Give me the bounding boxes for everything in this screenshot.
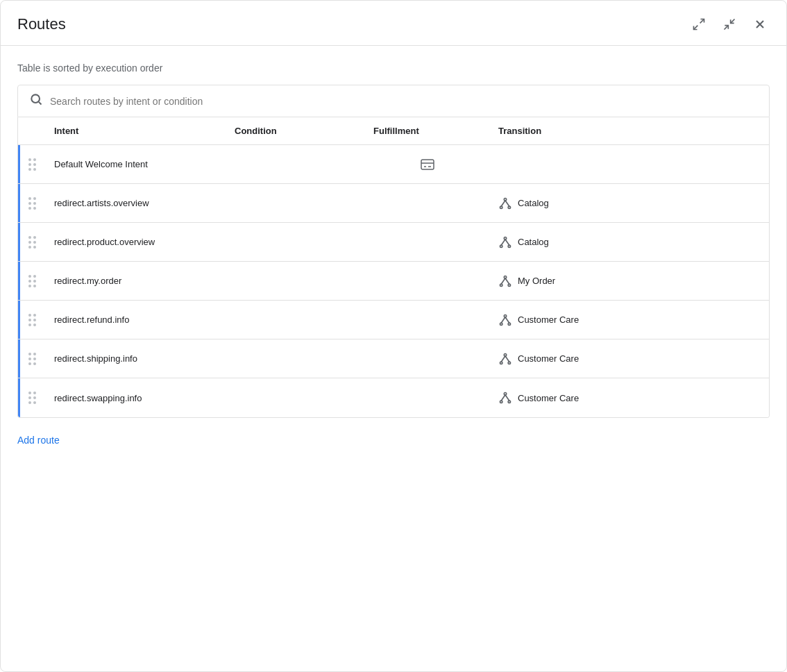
table-row[interactable]: redirect.product.overview Catalog [18,223,769,262]
condition-cell [226,353,365,364]
svg-point-18 [500,245,502,247]
transition-node-icon [498,196,512,210]
intent-cell: redirect.swapping.info [46,387,226,409]
intent-cell: redirect.shipping.info [46,348,226,369]
svg-point-6 [31,94,40,103]
svg-line-2 [725,26,729,30]
col-drag [18,126,46,136]
transition-node-icon [498,235,512,249]
header-actions [689,15,770,34]
intent-cell: redirect.refund.info [46,309,226,330]
svg-point-12 [504,198,506,200]
svg-point-39 [508,401,510,403]
svg-line-35 [501,355,505,361]
svg-line-7 [39,102,42,105]
drag-dots-icon [28,392,36,404]
col-transition: Transition [490,126,769,136]
svg-rect-8 [421,160,434,169]
col-condition: Condition [226,126,365,136]
drag-handle[interactable] [18,275,46,287]
drag-handle[interactable] [18,236,46,249]
dialog-body: Table is sorted by execution order Inten… [1,46,786,671]
table-row[interactable]: redirect.refund.info Customer Care [18,301,769,339]
col-fulfillment: Fulfillment [365,126,490,136]
intent-cell: Default Welcome Intent [46,153,226,175]
svg-point-19 [508,245,510,247]
compress-button[interactable] [720,15,739,34]
svg-point-37 [504,393,506,395]
table-row[interactable]: redirect.swapping.info Customer Care [18,378,769,417]
drag-handle[interactable] [18,314,46,326]
fulfillment-cell [365,353,490,364]
routes-table: Intent Condition Fulfillment Transition … [17,117,770,418]
drag-handle[interactable] [18,197,46,210]
intent-cell: redirect.my.order [46,270,226,292]
table-row[interactable]: redirect.shipping.info Customer Care [18,339,769,378]
svg-line-25 [501,278,505,283]
fulfillment-cell [365,314,490,326]
svg-point-17 [504,237,506,239]
dialog-header: Routes [1,1,786,46]
routes-dialog: Routes [0,0,787,672]
transition-cell: Customer Care [490,346,769,371]
close-button[interactable] [750,15,770,34]
svg-line-1 [694,26,698,30]
condition-cell [226,198,365,209]
drag-handle[interactable] [18,392,46,404]
svg-line-36 [505,355,509,361]
intent-cell: redirect.product.overview [46,231,226,253]
transition-cell: My Order [490,269,769,294]
table-subtitle: Table is sorted by execution order [17,62,770,74]
transition-cell: Customer Care [490,308,769,333]
drag-dots-icon [28,158,36,171]
dialog-title: Routes [17,15,66,33]
svg-point-13 [500,206,502,208]
svg-point-23 [500,284,502,286]
drag-dots-icon [28,353,36,365]
transition-cell: Catalog [490,191,769,216]
svg-point-28 [500,323,502,325]
svg-point-29 [508,323,510,325]
fulfillment-cell [365,151,490,178]
svg-line-15 [501,200,505,205]
drag-handle[interactable] [18,353,46,365]
intent-cell: redirect.artists.overview [46,192,226,214]
svg-line-40 [501,395,505,401]
condition-cell [226,314,365,326]
svg-line-41 [505,395,509,401]
svg-line-30 [501,317,505,322]
col-intent: Intent [46,126,226,136]
table-row[interactable]: redirect.artists.overview Catalog [18,184,769,223]
transition-cell: Catalog [490,230,769,255]
svg-line-21 [505,239,509,244]
svg-point-27 [504,314,506,317]
fulfillment-cell [365,392,490,403]
drag-dots-icon [28,236,36,249]
svg-point-24 [508,284,510,286]
condition-cell [226,159,365,170]
drag-handle[interactable] [18,158,46,171]
drag-dots-icon [28,314,36,326]
drag-dots-icon [28,275,36,287]
svg-line-0 [700,19,704,24]
transition-node-icon [498,391,512,405]
condition-cell [226,276,365,287]
search-icon [29,92,43,110]
transition-cell [490,159,769,170]
table-row[interactable]: redirect.my.order My Order [18,262,769,301]
add-route-button[interactable]: Add route [17,429,770,451]
table-row[interactable]: Default Welcome Intent [18,145,769,184]
transition-cell: Customer Care [490,385,769,410]
search-input[interactable] [50,96,758,107]
svg-line-31 [505,317,509,322]
condition-cell [226,392,365,403]
svg-line-20 [501,239,505,244]
transition-node-icon [498,313,512,327]
svg-point-33 [500,362,502,364]
fulfillment-cell [365,237,490,248]
svg-line-3 [731,19,735,24]
svg-point-38 [500,401,502,403]
svg-point-14 [508,206,510,208]
maximize-button[interactable] [689,15,709,34]
fulfillment-cell [365,198,490,209]
